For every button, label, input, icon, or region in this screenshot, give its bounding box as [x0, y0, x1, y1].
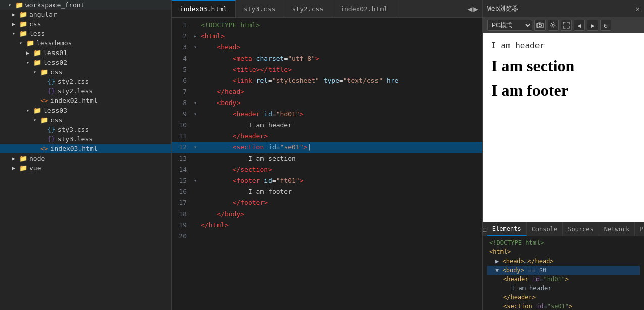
folder-icon: 📁	[19, 164, 27, 172]
code-line: 9 ▾ <header id="hd01">	[172, 109, 482, 120]
chevron-right-icon: ▶	[473, 4, 478, 14]
sidebar-item-lessdemos[interactable]: ▾ 📁 lessdemos	[0, 38, 171, 48]
chevron-right-icon: ▶	[12, 12, 19, 17]
chevron-right-icon: ▶	[26, 50, 33, 56]
tree-label: css	[29, 20, 41, 28]
devtools-line: I am header	[487, 284, 640, 293]
chevron-down-icon: ▾	[33, 117, 40, 123]
devtools-tab-elements[interactable]: Elements	[487, 222, 527, 236]
browser-refresh-button[interactable]: ↻	[600, 20, 611, 31]
code-line: 15 ▾ <footer id="ft01">	[172, 175, 482, 186]
chevron-down-icon: ▾	[12, 31, 19, 36]
preview-section-text: I am section	[491, 57, 636, 75]
sidebar-item-angular[interactable]: ▶ 📁 angular	[0, 10, 171, 19]
sidebar-item-sty3less[interactable]: ▶ {} sty3.less	[0, 134, 171, 144]
folder-icon: 📁	[19, 11, 27, 18]
tab-scroll-nav[interactable]: ◀ ▶	[464, 0, 482, 17]
devtools-panel: ⬚ Elements Console Sources Network Perf …	[483, 222, 644, 310]
chevron-down-icon: ▾	[33, 69, 40, 75]
preview-header-text: I am header	[491, 41, 636, 50]
devtools-tabs: ⬚ Elements Console Sources Network Perf	[483, 222, 644, 236]
browser-close-button[interactable]: ✕	[636, 5, 640, 13]
code-line: 18 </body>	[172, 209, 482, 220]
sidebar-item-css[interactable]: ▶ 📁 css	[0, 19, 171, 29]
browser-forward-button[interactable]: ▶	[587, 20, 598, 31]
svg-rect-2	[539, 22, 540, 23]
code-line-active: 12 ▾ <section id="se01">|	[172, 142, 482, 153]
code-line: 5 <title></title>	[172, 64, 482, 75]
chevron-right-icon: ▶	[12, 21, 19, 27]
preview-footer-text: I am footer	[491, 81, 636, 100]
code-line: 10 I am header	[172, 120, 482, 131]
sidebar-item-sty3css[interactable]: ▶ {} sty3.css	[0, 125, 171, 134]
folder-icon: 📁	[19, 30, 27, 37]
chevron-down-icon: ▾	[8, 2, 15, 8]
code-line: 19 </html>	[172, 220, 482, 231]
root-label: workspace_front	[25, 1, 84, 9]
folder-icon: 📁	[19, 20, 27, 28]
file-less-icon: {}	[47, 87, 56, 95]
devtools-tab-perf[interactable]: Perf	[635, 222, 644, 236]
svg-rect-0	[537, 23, 543, 28]
code-line: 4 <meta charset="utf-8">	[172, 53, 482, 64]
chevron-right-icon: ▶	[12, 156, 19, 161]
file-html-icon: <>	[40, 97, 48, 105]
chevron-right-icon: ▶	[12, 165, 19, 171]
tree-label: sty3.css	[58, 126, 89, 133]
tree-label: node	[29, 154, 45, 162]
browser-mode-select[interactable]: PC模式	[487, 20, 532, 31]
folder-icon: 📁	[26, 39, 34, 47]
tree-label: index03.html	[50, 145, 98, 152]
tab-index03[interactable]: index03.html	[172, 0, 236, 17]
sidebar-item-sty2css[interactable]: ▶ {} sty2.css	[0, 77, 171, 86]
sidebar-item-index02html[interactable]: ▶ <> index02.html	[0, 96, 171, 106]
browser-fullscreen-button[interactable]	[561, 20, 572, 31]
devtools-tab-sources[interactable]: Sources	[563, 222, 599, 236]
file-tree: ▾ 📁 workspace_front ▶ 📁 angular ▶ 📁 css …	[0, 0, 172, 310]
sidebar-item-node[interactable]: ▶ 📁 node	[0, 153, 171, 163]
sidebar-item-css-less03[interactable]: ▾ 📁 css	[0, 115, 171, 125]
code-line: 2 ▸ <html>	[172, 31, 482, 42]
sidebar-item-vue[interactable]: ▶ 📁 vue	[0, 163, 171, 173]
browser-preview: I am header I am section I am footer	[483, 33, 644, 222]
browser-settings-button[interactable]	[548, 20, 559, 31]
sidebar-item-sty2less[interactable]: ▶ {} sty2.less	[0, 86, 171, 96]
code-line: 20	[172, 231, 482, 242]
tree-label: lessdemos	[36, 39, 72, 47]
devtools-content: <!DOCTYPE html> <html> ▶ <head>…</head> …	[483, 236, 644, 310]
code-line: 6 <link rel="stylesheet" type="text/css"…	[172, 75, 482, 86]
svg-point-3	[552, 24, 554, 26]
browser-back-button[interactable]: ◀	[574, 20, 585, 31]
sidebar-item-less03[interactable]: ▾ 📁 less03	[0, 106, 171, 115]
tab-sty2[interactable]: sty2.css	[284, 0, 333, 17]
editor-tabs: index03.html sty3.css sty2.css index02.h…	[172, 0, 482, 18]
tree-label: less03	[43, 107, 67, 114]
tree-label: vue	[29, 164, 41, 172]
tab-sty3[interactable]: sty3.css	[236, 0, 284, 17]
devtools-line: <header id="hd01">	[487, 275, 640, 284]
tree-label: less01	[43, 49, 67, 57]
browser-panel: Web浏览器 ✕ PC模式 ◀ ▶ ↻	[482, 0, 644, 310]
folder-icon: 📁	[40, 116, 48, 124]
sidebar-item-index03html[interactable]: ▶ <> index03.html	[0, 144, 171, 153]
chevron-down-icon: ▾	[26, 60, 33, 65]
code-editor[interactable]: 1 <!DOCTYPE html> 2 ▸ <html> 3 ▾ <head> …	[172, 18, 482, 310]
sidebar-item-less01[interactable]: ▶ 📁 less01	[0, 48, 171, 58]
browser-screenshot-button[interactable]	[534, 20, 546, 31]
sidebar-item-less02[interactable]: ▾ 📁 less02	[0, 58, 171, 67]
tree-label: less	[29, 30, 45, 37]
devtools-line: <section id="se01">	[487, 302, 640, 310]
browser-topbar: Web浏览器 ✕	[483, 0, 644, 18]
devtools-line: </header>	[487, 293, 640, 302]
chevron-down-icon: ▾	[26, 108, 33, 113]
folder-icon: 📁	[40, 68, 48, 76]
sidebar-item-less[interactable]: ▾ 📁 less	[0, 29, 171, 38]
sidebar-item-css-less02[interactable]: ▾ 📁 css	[0, 67, 171, 77]
devtools-tab-console[interactable]: Console	[527, 222, 563, 236]
browser-title: Web浏览器	[487, 4, 633, 13]
folder-icon: 📁	[33, 107, 41, 114]
code-line: 1 <!DOCTYPE html>	[172, 20, 482, 31]
tab-index02[interactable]: index02.html	[332, 0, 396, 17]
devtools-inspect-icon[interactable]: ⬚	[483, 222, 487, 236]
devtools-tab-network[interactable]: Network	[599, 222, 635, 236]
